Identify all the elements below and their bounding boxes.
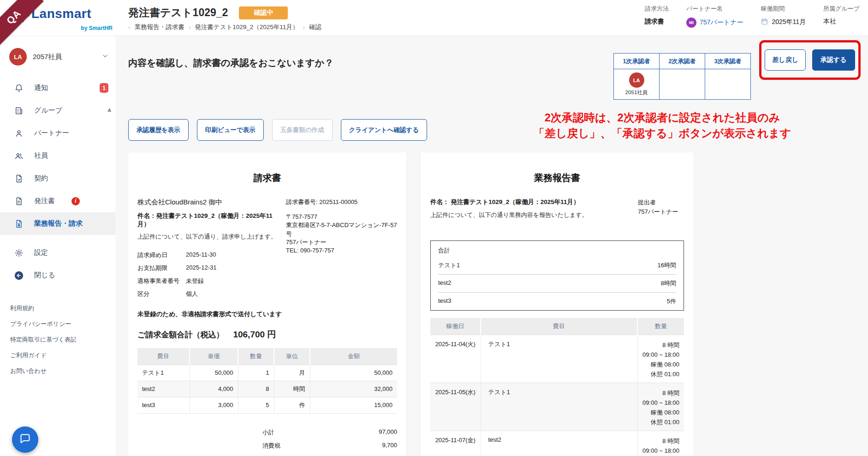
report-intro: 上記件について、以下の通り業務内容を報告いたします。: [430, 211, 633, 219]
sidebar-item-社員[interactable]: 社員: [0, 144, 115, 167]
sidebar-user-menu[interactable]: LA 2057社員: [9, 48, 109, 66]
header-meta-パートナー名: パートナー名MI757パートナー: [686, 5, 743, 28]
building-icon: [14, 106, 24, 116]
invoice-col-header: 単価: [190, 348, 238, 365]
app: Lansmart by SmartHR 発注書テスト1029_2 確認中 ›業務…: [0, 0, 868, 456]
partner-avatar: MI: [686, 18, 696, 28]
toolbar-button[interactable]: 印刷ビューで表示: [197, 119, 264, 141]
report-col-header: 費目: [481, 318, 637, 335]
report-row: 2025-11-05(水)テスト18 時間09:00 ~ 18:00稼働 08:…: [430, 383, 684, 431]
footer-link[interactable]: 利用規約: [0, 300, 115, 316]
sidebar-item-設定[interactable]: 設定: [0, 241, 115, 264]
invoice-title: 請求書: [137, 152, 397, 184]
total-value: 9,700: [382, 442, 397, 450]
sidebar-item-発注書[interactable]: 発注書i: [0, 190, 115, 212]
status-badge: 確認中: [239, 6, 288, 19]
work-item: テスト1: [481, 335, 637, 383]
people-icon: [14, 151, 24, 161]
calendar-icon: [761, 18, 768, 27]
toolbar-button[interactable]: クライアントへ確認する: [341, 119, 427, 141]
invoice-postal: 〒757-7577: [286, 213, 397, 221]
chat-support-button[interactable]: [12, 426, 38, 453]
toolbar-button[interactable]: 承認履歴を表示: [128, 119, 189, 141]
invoice-col-header: 費目: [137, 348, 190, 365]
annotation-line-2: 「差し戻し」、「承認する」ボタンが表示されます: [459, 126, 865, 141]
meta-value-text: 本社: [823, 18, 836, 26]
report-title: 業務報告書: [430, 152, 684, 184]
invoice-cell: 8: [238, 381, 274, 397]
reject-button[interactable]: 差し戻し: [765, 49, 806, 71]
header-meta: 請求方法請求書パートナー名MI757パートナー稼働期間2025年11月所属グルー…: [645, 5, 860, 28]
notification-count-badge: 1: [100, 83, 108, 93]
approval-question: 内容を確認し、請求書の承認をおこないますか？: [128, 57, 333, 69]
sidebar-scroll-up-icon[interactable]: ▲: [106, 106, 113, 113]
meta-value-text: 請求書: [645, 18, 664, 26]
sidebar-item-閉じる[interactable]: 閉じる: [0, 264, 115, 287]
sidebar-item-label: 業務報告・請求: [34, 219, 83, 228]
sidebar-item-label: 発注書: [34, 197, 55, 205]
close-circle-icon: [14, 270, 24, 281]
invoice-detail-row: 適格事業者番号未登録: [137, 277, 279, 285]
work-date: 2025-11-04(火): [430, 335, 481, 383]
report-summary-row: test35件: [438, 292, 676, 310]
quantity-line: 稼働 08:00: [642, 360, 680, 369]
invoice-recipient: 株式会社CloudBrains2 御中: [137, 198, 279, 207]
annotation-text: 2次承認時は、2次承認者に設定された社員のみ 「差し戻し」、「承認する」ボタンが…: [459, 110, 865, 141]
sidebar-item-グループ[interactable]: グループ: [0, 99, 115, 122]
work-quantity: 8 時間09:00 ~ 18:00稼働 08:00休憩 01:00: [637, 431, 684, 456]
detail-label: 区分: [137, 290, 186, 298]
breadcrumb-item[interactable]: 業務報告・請求書: [135, 23, 184, 31]
quantity-line: 稼働 08:00: [642, 408, 680, 417]
work-quantity: 8 時間09:00 ~ 18:00稼働 08:00休憩 01:00: [637, 383, 684, 431]
invoice-totals: 小計97,000消費税9,700合計106,700: [262, 428, 397, 456]
doc-yen-icon: [14, 219, 24, 229]
sidebar-item-業務報告・請求[interactable]: 業務報告・請求: [0, 212, 115, 235]
doc-lines-icon: [14, 196, 24, 206]
work-item: test2: [481, 431, 637, 456]
info-alert-badge: i: [71, 197, 80, 205]
sidebar-item-パートナー[interactable]: パートナー: [0, 122, 115, 144]
sidebar-item-label: 社員: [34, 151, 48, 160]
invoice-col-header: 単位: [274, 348, 310, 365]
sidebar-item-契約[interactable]: 契約: [0, 167, 115, 190]
invoice-sender: 757パートナー: [286, 238, 397, 246]
report-detail-table: 稼働日費目数量 2025-11-04(火)テスト18 時間09:00 ~ 18:…: [430, 318, 684, 456]
meta-value[interactable]: MI757パートナー: [686, 18, 743, 28]
invoice-items-table: 費目単価数量単位金額 テスト150,0001月50,000test24,0008…: [137, 348, 397, 414]
report-summary-title: 合計: [438, 241, 676, 257]
footer-link[interactable]: プライバシーポリシー: [0, 316, 115, 332]
footer-link[interactable]: 特定商取引に基づく表記: [0, 332, 115, 348]
approver-cell: [660, 69, 705, 100]
detail-label: 適格事業者番号: [137, 277, 186, 285]
approver: LA2051社員: [614, 72, 659, 96]
invoice-document: 請求書 株式会社CloudBrains2 御中 件名：発注書テスト1029_2（…: [128, 152, 406, 456]
approver-header: 1次承認者: [614, 54, 660, 69]
approve-button[interactable]: 承認する: [812, 49, 855, 71]
invoice-cell: 50,000: [190, 365, 238, 381]
work-date: 2025-11-07(金): [430, 431, 481, 456]
report-subject: 件名： 発注書テスト1029_2（稼働月：2025年11月）: [430, 198, 633, 206]
invoice-cell: 3,000: [190, 397, 238, 413]
meta-value-text: 2025年11月: [772, 18, 806, 26]
breadcrumb-item[interactable]: 確認: [309, 23, 321, 31]
sidebar-item-通知[interactable]: 通知1: [0, 77, 115, 99]
invoice-cell: 月: [274, 365, 310, 381]
invoice-detail-row: 区分個人: [137, 290, 279, 298]
invoice-number: 請求書番号: 202511-00005: [286, 198, 397, 206]
summary-value: 16時間: [658, 261, 676, 270]
footer-link[interactable]: ご利用ガイド: [0, 348, 115, 363]
work-date: 2025-11-05(水): [430, 383, 481, 431]
annotation-highlight-frame: 差し戻し 承認する: [759, 40, 861, 80]
report-row: 2025-11-04(火)テスト18 時間09:00 ~ 18:00稼働 08:…: [430, 335, 684, 383]
report-submitter: 757パートナー: [638, 207, 684, 216]
breadcrumb-item[interactable]: 発注書テスト1029_2（2025年11月）: [195, 23, 298, 31]
work-quantity: 8 時間09:00 ~ 18:00稼働 08:00休憩 01:00: [637, 335, 684, 383]
invoice-cell: 32,000: [310, 381, 397, 397]
work-item: テスト1: [481, 383, 637, 431]
meta-value: 請求書: [645, 18, 669, 26]
user-name: 2057社員: [33, 53, 95, 61]
meta-label: 所属グループ: [823, 5, 860, 13]
invoice-total-row: 消費税9,700: [262, 442, 397, 450]
footer-link[interactable]: お問い合わせ: [0, 363, 115, 379]
breadcrumb-chevron-icon: ›: [128, 24, 131, 31]
